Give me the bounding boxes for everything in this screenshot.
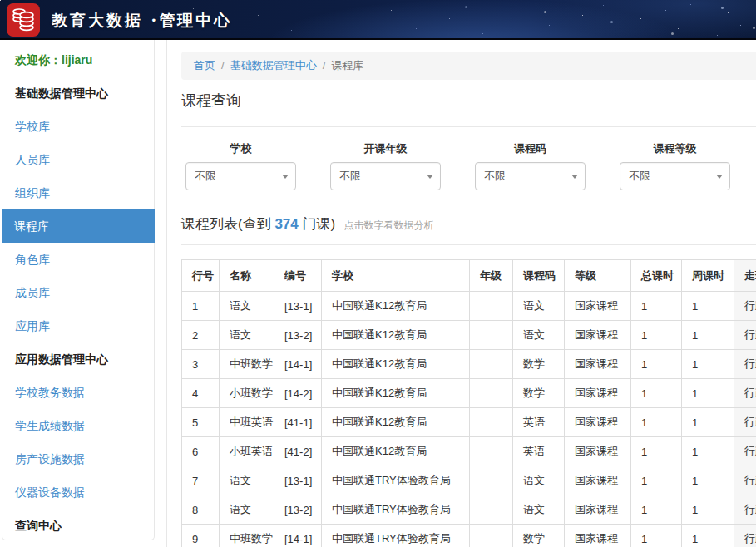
breadcrumb-link-首页[interactable]: 首页 <box>194 59 215 71</box>
column-header-走班: 走班 <box>734 260 756 292</box>
column-header-总课时: 总课时 <box>631 260 682 292</box>
table-cell <box>470 292 513 321</box>
table-cell: 1 <box>682 350 734 379</box>
table-cell: [41-1] <box>274 408 322 437</box>
sidebar-item-section-查询中心[interactable]: 查询中心 <box>2 509 154 542</box>
database-logo-icon <box>7 3 40 37</box>
sidebar-item-应用库[interactable]: 应用库 <box>2 309 154 342</box>
table-cell: 数学 <box>513 525 565 547</box>
table-row: 2语文[13-2]中国联通K12教育局语文国家课程11行政班 <box>182 321 756 350</box>
sidebar: 欢迎你：lijiaru基础数据管理中心学校库人员库组织库课程库角色库成员库应用库… <box>2 40 155 540</box>
sidebar-item-section-应用数据管理中心[interactable]: 应用数据管理中心 <box>2 342 154 376</box>
table-cell: 语文 <box>220 466 274 495</box>
table-cell: 行政班 <box>734 466 756 495</box>
table-cell: 5 <box>182 408 220 437</box>
table-cell: 中国联通TRY体验教育局 <box>322 525 470 547</box>
school-filter-label: 学校 <box>185 141 296 156</box>
table-cell: 9 <box>182 525 220 547</box>
breadcrumb-separator: / <box>221 59 225 71</box>
table-cell: 1 <box>631 437 682 466</box>
table-cell: [13-1] <box>274 466 322 495</box>
table-cell: 行政班 <box>734 321 756 350</box>
table-cell: 中国联通TRY体验教育局 <box>322 466 470 495</box>
course-level-filter[interactable]: 不限 <box>620 162 730 190</box>
table-cell: 1 <box>682 321 734 350</box>
table-cell: 行政班 <box>734 350 756 379</box>
table-cell: 行政班 <box>734 495 756 525</box>
sidebar-item-组织库[interactable]: 组织库 <box>2 176 154 209</box>
sidebar-item-角色库[interactable]: 角色库 <box>2 243 154 276</box>
table-cell: 语文 <box>220 292 274 321</box>
table-cell: 语文 <box>513 466 565 495</box>
table-cell: [13-2] <box>274 321 322 350</box>
sidebar-item-学生成绩数据[interactable]: 学生成绩数据 <box>2 409 154 442</box>
table-cell: 3 <box>182 350 220 379</box>
table-cell: 中班数学 <box>220 350 274 379</box>
sidebar-item-成员库[interactable]: 成员库 <box>2 276 154 309</box>
caret-down-icon <box>427 175 433 179</box>
column-header-行号: 行号 <box>182 260 220 292</box>
course-count-link[interactable]: 374 <box>274 216 298 232</box>
table-cell: [41-2] <box>274 437 322 466</box>
sidebar-item-学校库[interactable]: 学校库 <box>2 110 154 143</box>
table-cell: 行政班 <box>734 292 756 321</box>
table-cell <box>470 495 513 525</box>
table-row: 3中班数学[14-1]中国联通K12教育局数学国家课程11行政班 <box>182 350 756 379</box>
table-cell: 1 <box>682 379 734 408</box>
app-logo[interactable] <box>7 3 40 37</box>
sidebar-item-课程库[interactable]: 课程库 <box>2 209 155 243</box>
table-row: 5中班英语[41-1]中国联通K12教育局英语国家课程11行政班 <box>182 408 756 437</box>
table-cell: 小班数学 <box>220 379 274 408</box>
table-cell: 中国联通K12教育局 <box>322 408 470 437</box>
table-cell: 国家课程 <box>565 321 631 350</box>
breadcrumb: 首页/基础数据管理中心/课程库 <box>181 52 756 80</box>
table-cell: 2 <box>182 321 220 350</box>
table-cell: 中国联通K12教育局 <box>322 437 470 466</box>
table-cell: 1 <box>631 350 682 379</box>
table-cell: 语文 <box>513 292 565 321</box>
table-cell: 1 <box>682 408 734 437</box>
table-cell: 数学 <box>513 350 565 379</box>
column-header-名称: 名称 <box>220 260 274 292</box>
sidebar-item-仪器设备数据[interactable]: 仪器设备数据 <box>2 476 154 509</box>
course-code-filter[interactable]: 不限 <box>475 162 586 190</box>
table-cell: 1 <box>682 437 734 466</box>
table-row: 8语文[13-2]中国联通TRY体验教育局语文国家课程11行政班 <box>182 495 756 525</box>
table-cell: 中国联通K12教育局 <box>322 321 470 350</box>
table-cell: 语文 <box>513 495 565 525</box>
table-cell: 中班数学 <box>220 525 274 547</box>
table-cell <box>470 379 513 408</box>
app-title: 教育大数据 ·管理中心 <box>52 10 232 32</box>
table-cell: 国家课程 <box>565 466 631 495</box>
table-cell <box>470 321 513 350</box>
table-row: 9中班数学[14-1]中国联通TRY体验教育局数学国家课程11行政班 <box>182 525 756 547</box>
caret-down-icon <box>282 175 289 179</box>
table-row: 1语文[13-1]中国联通K12教育局语文国家课程11行政班 <box>182 292 756 321</box>
course-table: 行号名称编号学校年级课程码等级总课时周课时走班1语文[13-1]中国联通K12教… <box>181 259 756 547</box>
sidebar-item-人员库[interactable]: 人员库 <box>2 143 154 176</box>
table-cell: 中国联通K12教育局 <box>322 350 470 379</box>
table-cell <box>470 466 513 495</box>
table-cell: [14-1] <box>274 525 322 547</box>
course-level-filter-label: 课程等级 <box>620 141 730 156</box>
sidebar-item-section-基础数据管理中心[interactable]: 基础数据管理中心 <box>2 76 154 110</box>
table-cell: 1 <box>631 408 682 437</box>
breadcrumb-separator: / <box>323 59 326 71</box>
filter-bar: 学校不限开课年级不限课程码不限课程等级不限 <box>181 141 756 190</box>
table-cell: 行政班 <box>734 379 756 408</box>
breadcrumb-link-基础数据管理中心[interactable]: 基础数据管理中心 <box>230 59 317 71</box>
sidebar-item-学校教务数据[interactable]: 学校教务数据 <box>2 376 154 409</box>
sidebar-item-房产设施数据[interactable]: 房产设施数据 <box>2 442 154 476</box>
table-cell: 8 <box>182 495 220 525</box>
table-cell: 语文 <box>513 321 565 350</box>
table-cell: 7 <box>182 466 220 495</box>
school-filter[interactable]: 不限 <box>185 162 296 190</box>
start-grade-filter[interactable]: 不限 <box>330 162 441 190</box>
table-cell: 国家课程 <box>565 292 631 321</box>
column-header-课程码: 课程码 <box>513 260 565 292</box>
table-cell: 数学 <box>513 379 565 408</box>
list-header: 课程列表(查到 374 门课) 点击数字看数据分析 <box>181 214 756 245</box>
table-cell: 国家课程 <box>565 495 631 525</box>
table-cell: 1 <box>682 495 734 525</box>
table-cell: 6 <box>182 437 220 466</box>
